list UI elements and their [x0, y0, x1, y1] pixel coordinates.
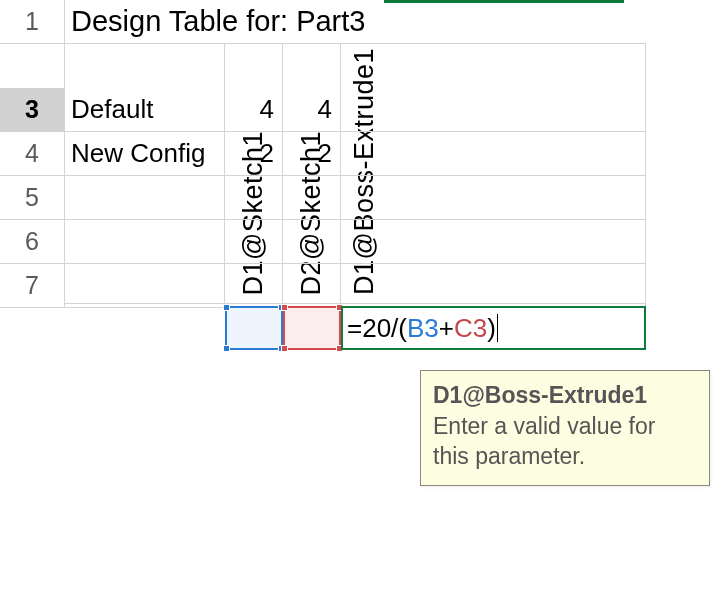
formula-ref-b3: B3: [407, 313, 439, 344]
row-header-4[interactable]: 4: [0, 132, 65, 176]
design-table-title-cell[interactable]: Design Table for: Part3: [65, 0, 646, 44]
row-header-7[interactable]: 7: [0, 264, 65, 308]
design-table-title: Design Table for: Part3: [71, 5, 365, 38]
formula-text: ): [487, 313, 496, 344]
cell-c5[interactable]: [225, 176, 283, 220]
cell-d4[interactable]: [341, 132, 646, 176]
cell-b4[interactable]: 2: [225, 132, 283, 176]
spreadsheet-grid: 1 Design Table for: Part3 2 D1@Sketch1 D…: [0, 0, 728, 308]
formula-ref-highlight-b3: [225, 306, 283, 350]
cell-c6[interactable]: [225, 220, 283, 264]
parameter-tooltip: D1@Boss-Extrude1 Enter a valid value for…: [420, 370, 710, 486]
cell-b5[interactable]: [65, 176, 225, 220]
formula-ref-c3: C3: [454, 313, 487, 344]
cell-b6[interactable]: [65, 220, 225, 264]
cell-d5[interactable]: [283, 176, 341, 220]
row-header-3[interactable]: 3: [0, 88, 65, 132]
cell-d3[interactable]: [341, 88, 646, 132]
row-header-5[interactable]: 5: [0, 176, 65, 220]
cell-c3[interactable]: 4: [283, 88, 341, 132]
cell-c7[interactable]: [225, 264, 283, 308]
formula-text: +: [439, 313, 454, 344]
cell-d7[interactable]: [283, 264, 341, 308]
config-name-cell[interactable]: New Config: [65, 132, 225, 176]
text-caret: [497, 314, 498, 342]
row-header-6[interactable]: 6: [0, 220, 65, 264]
formula-editor[interactable]: =20/(B3+C3): [341, 306, 646, 350]
row-header-1[interactable]: 1: [0, 0, 65, 44]
cell-b3[interactable]: 4: [225, 88, 283, 132]
cell-c4[interactable]: 2: [283, 132, 341, 176]
cell-e6[interactable]: [341, 220, 646, 264]
formula-ref-highlight-c3: [283, 306, 341, 350]
tooltip-title: D1@Boss-Extrude1: [433, 381, 697, 410]
config-name-cell[interactable]: Default: [65, 88, 225, 132]
formula-text: =20/(: [347, 313, 407, 344]
cell-d6[interactable]: [283, 220, 341, 264]
cell-e7[interactable]: [341, 264, 646, 308]
tooltip-body: Enter a valid value for this parameter.: [433, 412, 697, 471]
cell-b7[interactable]: [65, 264, 225, 308]
cell-e5[interactable]: [341, 176, 646, 220]
